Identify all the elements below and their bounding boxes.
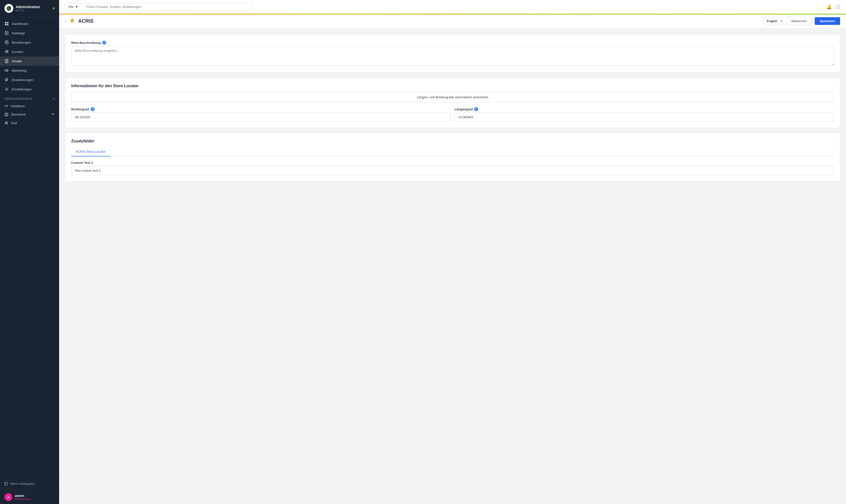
chevron-down-icon: ▼ [75,5,78,8]
box-icon [4,40,9,44]
grid-icon [4,21,9,26]
latitude-input[interactable] [71,112,451,122]
code-icon [4,104,8,108]
home-icon[interactable] [70,18,75,24]
tab-acris-store-locator[interactable]: ACRIS Store Locator [71,147,110,157]
sidebar-item-einstellungen[interactable]: Einstellungen [0,85,59,94]
main-content: Alle ▼ 🔔 ⓘ ‹ ACRIS English Deutsch ▼ Abb… [59,0,846,504]
sidebar-item-bestellungen[interactable]: Bestellungen [0,38,59,47]
sidebar-item-kunden[interactable]: Kunden [0,47,59,56]
store-locator-card: Informationen für den Store Locator Läng… [65,77,840,128]
help-circle-icon[interactable]: ⓘ [836,4,840,10]
svg-rect-27 [5,482,7,485]
sidebar-item-label: Einstellungen [12,87,32,91]
user-section[interactable]: A admin Administrator ⌄ [0,490,59,504]
svg-point-1 [8,7,10,8]
svg-rect-21 [5,114,8,116]
zusatzfelder-card: Zusatzfelder ACRIS Store Locator Custom … [65,133,840,181]
topbar: Alle ▼ 🔔 ⓘ [59,0,846,14]
sidebar-item-label: Kataloge [12,31,25,35]
collapse-menu-button[interactable]: Menü einklappen [4,480,55,487]
sidebar-item-kataloge[interactable]: Kataloge [0,28,59,38]
svg-point-19 [6,89,7,90]
language-select[interactable]: English Deutsch [764,17,783,25]
search-type-button[interactable]: Alle ▼ [65,3,82,11]
coordinates-fields: Breitengrad ? Längengrad ? [71,107,834,122]
search-wrap: Alle ▼ [65,3,252,11]
sidebar: Administration 6.6.7.1 Dashboard Katalog… [0,0,59,504]
sidebar-item-label: Inhalte [12,59,22,63]
svg-point-26 [6,122,7,123]
custom-text-1-label: Custom Text 1 [71,161,834,165]
sidebar-item-dashboard[interactable]: Dashboard [0,19,59,28]
tab-bar: ACRIS Store Locator [71,147,834,157]
latitude-help-icon[interactable]: ? [91,107,95,111]
avatar: A [4,493,12,501]
longitude-input[interactable] [454,112,834,122]
megaphone-icon [4,68,9,73]
app-name: Administration [16,5,40,9]
app-logo [4,4,13,13]
meta-description-card: Meta Beschreibung ? [65,35,840,73]
sidebar-item-label: Erweiterungen [12,78,33,82]
app-version: 6.6.7.1 [16,9,40,12]
sidebar-header: Administration 6.6.7.1 [0,0,59,17]
meta-description-help-icon[interactable]: ? [102,41,106,44]
language-select-wrap: English Deutsch ▼ [763,17,783,25]
svg-rect-5 [7,24,8,25]
user-name: admin [15,494,50,498]
sidebar-item-storefront[interactable]: Storefront [0,110,59,119]
add-sales-channel-button[interactable]: + [53,97,55,100]
online-indicator [53,7,55,10]
store-locator-title: Informationen für den Store Locator [71,84,834,88]
svg-rect-2 [5,22,6,23]
sales-channels-section: Verkaufskanäle + [0,94,59,102]
svg-rect-3 [7,22,8,23]
auto-calc-button[interactable]: Längen- und Breitengrade automatisch ber… [71,92,834,102]
sidebar-item-inhalte[interactable]: Inhalte [0,56,59,66]
gear-icon [4,87,9,91]
store-icon [4,112,8,116]
search-input[interactable] [84,3,252,11]
rocket-icon [4,121,8,125]
sidebar-item-headless[interactable]: Headless [0,102,59,110]
sidebar-item-erweiterungen[interactable]: Erweiterungen [0,75,59,85]
save-button[interactable]: Speichern [815,17,840,25]
meta-description-label: Meta Beschreibung ? [71,41,834,44]
svg-point-13 [7,51,8,52]
zusatzfelder-title: Zusatzfelder [71,139,834,143]
longitude-help-icon[interactable]: ? [474,107,478,111]
user-role: Administrator [15,498,50,501]
user-chevron-icon: ⌄ [53,496,55,499]
users-icon [4,50,9,54]
custom-text-1-input[interactable] [71,166,834,175]
file-icon [4,59,9,63]
svg-line-20 [6,105,7,107]
svg-rect-4 [5,24,6,25]
page-title: ACRIS [78,18,760,24]
book-icon [4,31,9,35]
svg-point-25 [53,114,53,114]
sidebar-item-label: Kunden [12,50,23,54]
svg-point-12 [5,50,7,52]
page-header: ‹ ACRIS English Deutsch ▼ Abbrechen Spei… [59,14,846,29]
sidebar-item-label: Bestellungen [12,41,31,44]
latitude-field: Breitengrad ? [71,107,451,122]
puzzle-icon [4,77,9,82]
longitude-field: Längengrad ? [454,107,834,122]
sidebar-item-label: Marketing [12,69,26,72]
main-nav: Dashboard Kataloge Bestellungen Kunden I… [0,17,59,477]
sidebar-item-test[interactable]: Test [0,119,59,127]
eye-icon [51,112,55,116]
content-area: Meta Beschreibung ? Informationen für de… [59,29,846,504]
sidebar-item-marketing[interactable]: Marketing [0,66,59,75]
meta-description-input[interactable] [71,46,834,66]
sidebar-footer: Menü einklappen [0,477,59,490]
notification-icon[interactable]: 🔔 [826,4,832,10]
sidebar-item-label: Dashboard [12,22,28,25]
svg-rect-10 [5,41,8,44]
cancel-button[interactable]: Abbrechen [786,17,811,25]
back-button[interactable]: ‹ [65,19,66,23]
svg-rect-18 [5,70,5,71]
